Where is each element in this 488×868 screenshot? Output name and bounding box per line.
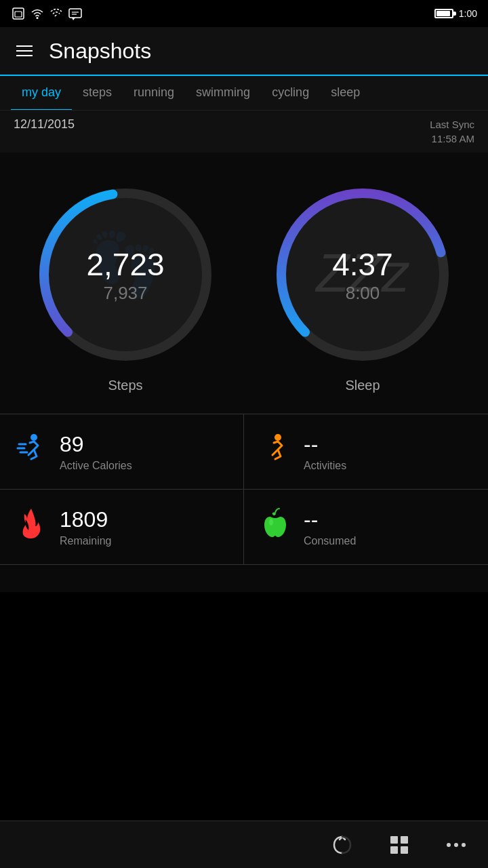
svg-rect-18 [390, 846, 398, 854]
activities-icon [258, 431, 293, 473]
sleep-sub-value: 8:00 [332, 283, 393, 304]
nav-tabs: my day steps running swimming cycling sl… [0, 76, 488, 111]
remaining-label: Remaining [60, 535, 111, 547]
page-title: Snapshots [49, 39, 151, 64]
consumed-cell: -- Consumed [244, 490, 488, 565]
bottom-nav [0, 821, 488, 868]
steps-widget: 👣 2,723 7,937 Steps [30, 180, 220, 393]
sync-label: Last Sync [430, 117, 474, 132]
steps-sub-value: 7,937 [86, 283, 164, 304]
sleep-circle: ZZz 4:37 8:00 [268, 180, 458, 370]
consumed-label: Consumed [304, 535, 356, 547]
activities-cell: -- Activities [244, 414, 488, 490]
steps-label: Steps [108, 378, 142, 393]
refresh-button[interactable] [331, 833, 354, 856]
flame-icon [14, 506, 49, 548]
status-bar: 1:00 [0, 0, 488, 27]
active-calories-label: Active Calories [60, 460, 132, 472]
active-calories-cell: 89 Active Calories [0, 414, 244, 490]
activities-value: -- [304, 432, 346, 457]
svg-rect-16 [390, 836, 398, 844]
activities-label: Activities [304, 460, 346, 472]
status-right: 1:00 [434, 8, 477, 19]
svg-point-10 [30, 434, 37, 441]
sync-info: Last Sync 11:58 AM [430, 117, 474, 146]
active-calories-value: 89 [60, 432, 132, 457]
remaining-cell: 1809 Remaining [0, 490, 244, 565]
svg-point-21 [454, 843, 458, 847]
sleep-widget: ZZz 4:37 8:00 Sleep [268, 180, 458, 393]
wifi-icon [30, 6, 45, 21]
hamburger-menu[interactable] [16, 45, 33, 56]
signal-icon [49, 6, 64, 21]
svg-point-14 [274, 434, 281, 441]
active-calories-info: 89 Active Calories [60, 432, 132, 472]
steps-circle: 👣 2,723 7,937 [30, 180, 220, 370]
svg-point-15 [269, 519, 273, 526]
battery-icon [434, 9, 453, 18]
circles-row: 👣 2,723 7,937 Steps [0, 166, 488, 400]
main-content: 👣 2,723 7,937 Steps [0, 153, 488, 592]
svg-rect-17 [401, 836, 408, 844]
remaining-value: 1809 [60, 507, 111, 532]
header: Snapshots [0, 27, 488, 76]
consumed-info: -- Consumed [304, 507, 356, 547]
consumed-value: -- [304, 507, 356, 532]
svg-point-2 [37, 17, 39, 19]
more-button[interactable] [445, 833, 468, 856]
tab-swimming[interactable]: swimming [185, 76, 261, 111]
tab-my-day[interactable]: my day [11, 76, 72, 111]
sleep-label: Sleep [345, 378, 380, 393]
tab-sleep[interactable]: sleep [320, 76, 371, 111]
svg-rect-1 [15, 12, 22, 17]
message-icon [68, 6, 83, 21]
svg-point-22 [462, 843, 466, 847]
status-time: 1:00 [459, 8, 477, 19]
remaining-info: 1809 Remaining [60, 507, 111, 547]
tab-running[interactable]: running [123, 76, 185, 111]
svg-rect-3 [69, 9, 81, 18]
sleep-main-value: 4:37 [332, 246, 393, 283]
status-icons [11, 6, 429, 21]
sync-time: 11:58 AM [430, 132, 474, 146]
grid-button[interactable] [388, 833, 411, 856]
activities-info: -- Activities [304, 432, 346, 472]
svg-point-20 [447, 843, 451, 847]
apple-icon [258, 506, 293, 548]
tab-cycling[interactable]: cycling [261, 76, 320, 111]
svg-rect-19 [401, 846, 408, 854]
stats-grid: 89 Active Calories -- Activities [0, 414, 488, 565]
steps-values: 2,723 7,937 [86, 246, 164, 304]
date-bar: 12/11/2015 Last Sync 11:58 AM [0, 111, 488, 153]
tab-steps[interactable]: steps [72, 76, 123, 111]
active-calories-icon [14, 431, 49, 473]
sim-icon [11, 6, 26, 21]
steps-main-value: 2,723 [86, 246, 164, 283]
current-date: 12/11/2015 [14, 117, 75, 132]
sleep-values: 4:37 8:00 [332, 246, 393, 304]
